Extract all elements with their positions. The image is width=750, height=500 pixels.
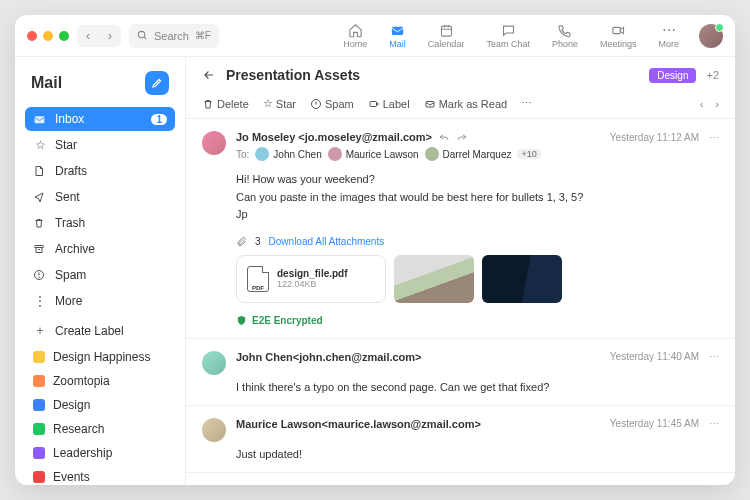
message-more-button[interactable]: ⋯	[709, 351, 719, 362]
forward-icon[interactable]	[456, 131, 468, 143]
create-label-button[interactable]: ＋Create Label	[25, 317, 175, 344]
e2e-label: E2E Encrypted	[252, 315, 323, 326]
search-icon	[137, 30, 148, 41]
sidebar-spam[interactable]: Spam	[25, 263, 175, 287]
thread-extra-count: +2	[706, 69, 719, 81]
drafts-icon	[33, 165, 47, 177]
attachment-image-2[interactable]	[482, 255, 562, 303]
nav-home[interactable]: Home	[343, 22, 367, 49]
recipient-chip[interactable]: Darrel Marquez	[425, 147, 512, 161]
attachment-count: 3	[255, 236, 261, 247]
message-body: I think there's a typo on the second pag…	[236, 381, 719, 393]
message-1: Jo Moseley <jo.moseley@zmail.com> Yester…	[186, 119, 735, 339]
svg-point-12	[39, 277, 40, 278]
inbox-badge: 1	[151, 114, 167, 125]
user-avatar[interactable]	[699, 24, 723, 48]
label-color-icon	[33, 423, 45, 435]
content-pane: Presentation Assets Design +2 Delete ☆St…	[185, 57, 735, 485]
shield-icon	[236, 315, 247, 326]
label-zoomtopia[interactable]: Zoomtopia	[25, 370, 175, 392]
more-icon: ⋯	[662, 22, 676, 38]
message-more-button[interactable]: ⋯	[709, 132, 719, 143]
label-design-happiness[interactable]: Design Happiness	[25, 346, 175, 368]
delete-button[interactable]: Delete	[202, 98, 249, 110]
spam-button[interactable]: Spam	[310, 98, 354, 110]
calendar-icon	[439, 22, 454, 38]
prev-message-button[interactable]: ‹	[700, 98, 704, 110]
message-from: Jo Moseley <jo.moseley@zmail.com>	[236, 131, 432, 143]
label-leadership[interactable]: Leadership	[25, 442, 175, 464]
nav-meetings[interactable]: Meetings	[600, 22, 637, 49]
next-message-button[interactable]: ›	[715, 98, 719, 110]
chat-icon	[501, 22, 516, 38]
sidebar-sent[interactable]: Sent	[25, 185, 175, 209]
message-time: Yesterday 11:45 AM	[610, 418, 699, 429]
svg-rect-16	[426, 101, 434, 107]
message-from: John Chen<john.chen@zmail.com>	[236, 351, 422, 363]
inbox-icon	[33, 113, 47, 126]
svg-rect-9	[35, 246, 43, 248]
phone-icon	[557, 22, 572, 38]
recipient-chip[interactable]: John Chen	[255, 147, 321, 161]
svg-rect-7	[613, 27, 621, 33]
search-placeholder: Search	[154, 30, 189, 42]
label-design[interactable]: Design	[25, 394, 175, 416]
thread-subject: Presentation Assets	[226, 67, 639, 83]
attachment-image-1[interactable]	[394, 255, 474, 303]
sidebar-archive[interactable]: Archive	[25, 237, 175, 261]
thread-tag[interactable]: Design	[649, 68, 696, 83]
app-window: ‹ › Search ⌘F Home Mail Calendar	[15, 15, 735, 485]
message-list: Jo Moseley <jo.moseley@zmail.com> Yester…	[186, 119, 735, 485]
sidebar-title: Mail	[31, 74, 62, 92]
sidebar-trash[interactable]: Trash	[25, 211, 175, 235]
sidebar-more[interactable]: ⋮More	[25, 289, 175, 313]
label-research[interactable]: Research	[25, 418, 175, 440]
forward-button[interactable]: ›	[99, 25, 121, 47]
label-color-icon	[33, 351, 45, 363]
minimize-window-icon[interactable]	[43, 31, 53, 41]
label-button[interactable]: Label	[368, 98, 410, 110]
sidebar: Mail Inbox 1 ☆Star Drafts Sent Trash Arc…	[15, 57, 185, 485]
compose-button[interactable]	[145, 71, 169, 95]
avatar	[202, 418, 226, 442]
archive-icon	[33, 243, 47, 255]
sidebar-drafts[interactable]: Drafts	[25, 159, 175, 183]
recipient-chip[interactable]: Maurice Lawson	[328, 147, 419, 161]
avatar	[202, 131, 226, 155]
nav-mail[interactable]: Mail	[389, 22, 406, 49]
sidebar-star[interactable]: ☆Star	[25, 133, 175, 157]
nav-phone[interactable]: Phone	[552, 22, 578, 49]
back-button[interactable]: ‹	[77, 25, 99, 47]
trash-icon	[33, 217, 47, 229]
top-nav: Home Mail Calendar Team Chat Phone Meeti…	[343, 22, 679, 49]
svg-point-0	[138, 31, 144, 37]
download-all-link[interactable]: Download All Attachments	[269, 236, 385, 247]
message-time: Yesterday 11:12 AM	[610, 132, 699, 143]
search-shortcut: ⌘F	[195, 30, 211, 41]
paperclip-icon	[236, 236, 247, 247]
more-v-icon: ⋮	[33, 294, 47, 308]
nav-more[interactable]: ⋯ More	[658, 22, 679, 49]
nav-teamchat[interactable]: Team Chat	[486, 22, 530, 49]
mark-read-button[interactable]: Mark as Read	[424, 98, 507, 110]
nav-calendar[interactable]: Calendar	[428, 22, 465, 49]
home-icon	[348, 22, 363, 38]
recipients-extra[interactable]: +10	[517, 149, 540, 159]
thread-back-button[interactable]	[202, 68, 216, 82]
search-input[interactable]: Search ⌘F	[129, 24, 219, 48]
message-body: Hi! How was your weekend? Can you paste …	[236, 171, 719, 224]
maximize-window-icon[interactable]	[59, 31, 69, 41]
sidebar-inbox[interactable]: Inbox 1	[25, 107, 175, 131]
close-window-icon[interactable]	[27, 31, 37, 41]
plus-icon: ＋	[33, 322, 47, 339]
reply-icon[interactable]	[438, 131, 450, 143]
star-button[interactable]: ☆Star	[263, 97, 296, 110]
message-more-button[interactable]: ⋯	[709, 418, 719, 429]
sent-icon	[33, 191, 47, 203]
titlebar: ‹ › Search ⌘F Home Mail Calendar	[15, 15, 735, 57]
attachment-file[interactable]: PDF design_file.pdf 122.04KB	[236, 255, 386, 303]
star-icon: ☆	[33, 138, 47, 152]
toolbar-more-button[interactable]: ⋯	[521, 97, 532, 110]
label-events[interactable]: Events	[25, 466, 175, 485]
mail-icon	[390, 22, 405, 38]
